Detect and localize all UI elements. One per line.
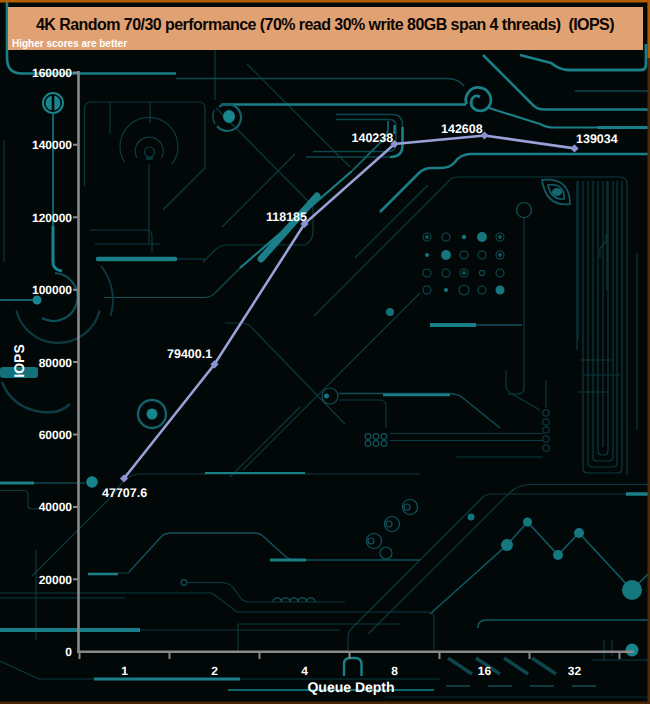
svg-text:120000: 120000	[32, 211, 72, 225]
svg-text:32: 32	[568, 664, 582, 678]
svg-text:2: 2	[211, 664, 218, 678]
svg-text:16: 16	[478, 664, 492, 678]
svg-text:140000: 140000	[32, 138, 72, 152]
svg-text:60000: 60000	[39, 428, 73, 442]
svg-text:80000: 80000	[39, 356, 73, 370]
svg-text:47707.6: 47707.6	[102, 486, 147, 500]
svg-text:100000: 100000	[32, 283, 72, 297]
svg-text:160000: 160000	[32, 66, 72, 80]
svg-text:0: 0	[65, 645, 72, 659]
svg-text:20000: 20000	[39, 573, 73, 587]
svg-text:40000: 40000	[39, 500, 73, 514]
svg-text:4K Random 70/30 performance (7: 4K Random 70/30 performance (70% read 30…	[36, 16, 614, 33]
svg-text:Queue Depth: Queue Depth	[307, 679, 394, 695]
svg-text:142608: 142608	[441, 122, 483, 136]
svg-text:1: 1	[121, 664, 128, 678]
svg-text:Higher scores are better: Higher scores are better	[12, 38, 127, 49]
svg-text:140238: 140238	[352, 131, 394, 145]
svg-text:79400.1: 79400.1	[167, 347, 212, 361]
svg-text:4: 4	[301, 664, 308, 678]
svg-text:8: 8	[391, 664, 398, 678]
svg-text:IOPS: IOPS	[11, 344, 27, 377]
svg-text:118185: 118185	[266, 210, 307, 224]
svg-text:139034: 139034	[576, 132, 618, 146]
